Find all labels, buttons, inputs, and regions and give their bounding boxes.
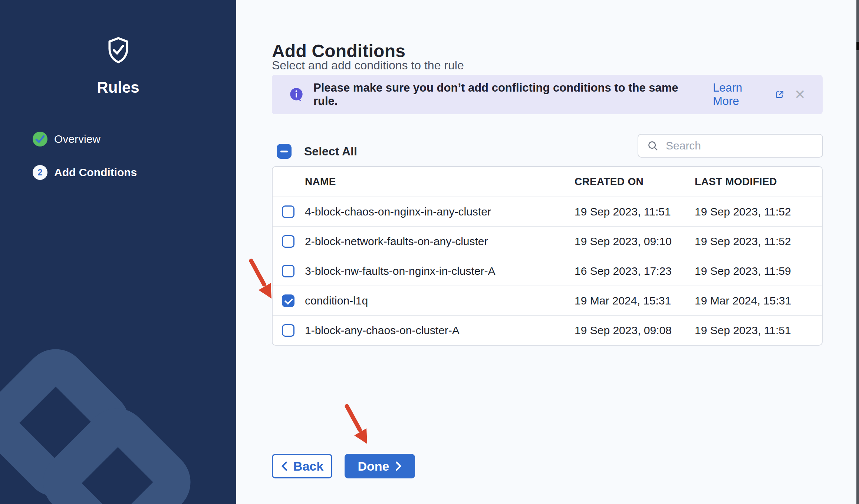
created-on-value: 16 Sep 2023, 17:23 — [575, 256, 672, 286]
info-banner: Please make sure you don’t add conflicti… — [272, 75, 823, 114]
select-all-control: Select All — [277, 144, 357, 159]
table-row: 2-block-network-faults-on-any-cluster 19… — [273, 226, 822, 256]
step-label: Overview — [54, 133, 101, 145]
select-all-checkbox[interactable] — [277, 144, 292, 159]
step-label: Add Conditions — [54, 166, 137, 179]
row-checkbox[interactable] — [282, 205, 294, 218]
done-button[interactable]: Done — [345, 454, 415, 478]
created-on-value: 19 Sep 2023, 09:08 — [575, 316, 672, 345]
column-header-created-on: CREATED ON — [575, 167, 644, 197]
scrollbar-thumb[interactable] — [856, 42, 859, 50]
last-modified-value: 19 Sep 2023, 11:51 — [695, 316, 791, 345]
table-row: 1-block-any-chaos-on-cluster-A 19 Sep 20… — [273, 315, 822, 345]
page-subtitle: Select and add conditions to the rule — [272, 59, 464, 72]
sidebar-title: Rules — [0, 79, 236, 96]
condition-name: 4-block-chaos-on-nginx-in-any-cluster — [305, 197, 491, 227]
chevron-left-icon — [281, 461, 287, 471]
step-complete-icon — [33, 132, 47, 146]
wizard-sidebar: Rules Overview 2 Add Conditions — [0, 0, 236, 504]
table-row: 4-block-chaos-on-nginx-in-any-cluster 19… — [273, 197, 822, 226]
table-row: 3-block-nw-faults-on-nginx-in-cluster-A … — [273, 256, 822, 286]
created-on-value: 19 Sep 2023, 11:51 — [575, 197, 671, 227]
column-header-name: NAME — [305, 167, 336, 197]
close-icon[interactable]: ✕ — [794, 88, 806, 101]
external-link-icon — [774, 89, 785, 100]
step-overview[interactable]: Overview — [33, 132, 101, 146]
search-input[interactable] — [665, 139, 815, 152]
search-box — [638, 134, 823, 158]
last-modified-value: 19 Sep 2023, 11:59 — [695, 256, 791, 286]
select-all-label: Select All — [304, 145, 357, 158]
row-checkbox[interactable] — [282, 324, 294, 337]
created-on-value: 19 Mar 2024, 15:31 — [575, 286, 671, 316]
back-button[interactable]: Back — [272, 454, 332, 478]
created-on-value: 19 Sep 2023, 09:10 — [575, 227, 672, 256]
rules-wizard-window: Rules Overview 2 Add Conditions Add Cond… — [0, 0, 859, 504]
condition-name: 2-block-network-faults-on-any-cluster — [305, 227, 488, 256]
learn-more-link[interactable]: Learn More — [713, 81, 785, 108]
search-icon — [647, 140, 658, 151]
info-bubble-icon — [289, 87, 304, 102]
condition-name: 1-block-any-chaos-on-cluster-A — [305, 316, 460, 345]
last-modified-value: 19 Sep 2023, 11:52 — [695, 227, 791, 256]
conditions-table: NAME CREATED ON LAST MODIFIED 4-block-ch… — [272, 166, 823, 346]
scrollbar-track[interactable] — [856, 0, 859, 504]
page-title: Add Conditions — [272, 41, 405, 61]
condition-name: 3-block-nw-faults-on-nginx-in-cluster-A — [305, 256, 496, 286]
main-panel: Add Conditions Select and add conditions… — [236, 0, 859, 504]
back-button-label: Back — [293, 459, 323, 474]
table-header: NAME CREATED ON LAST MODIFIED — [273, 167, 822, 197]
last-modified-value: 19 Sep 2023, 11:52 — [695, 197, 791, 227]
row-checkbox[interactable] — [282, 294, 294, 307]
step-number-badge: 2 — [33, 165, 47, 180]
chevron-right-icon — [395, 461, 402, 471]
condition-name: condition-l1q — [305, 286, 368, 316]
last-modified-value: 19 Mar 2024, 15:31 — [695, 286, 791, 316]
done-button-label: Done — [358, 459, 389, 474]
shield-check-icon — [106, 36, 131, 67]
row-checkbox[interactable] — [282, 235, 294, 248]
column-header-last-modified: LAST MODIFIED — [695, 167, 777, 197]
step-add-conditions[interactable]: 2 Add Conditions — [33, 165, 137, 180]
banner-message: Please make sure you don’t add conflicti… — [313, 81, 700, 108]
table-row-selected: condition-l1q 19 Mar 2024, 15:31 19 Mar … — [273, 286, 822, 315]
row-checkbox[interactable] — [282, 265, 294, 277]
